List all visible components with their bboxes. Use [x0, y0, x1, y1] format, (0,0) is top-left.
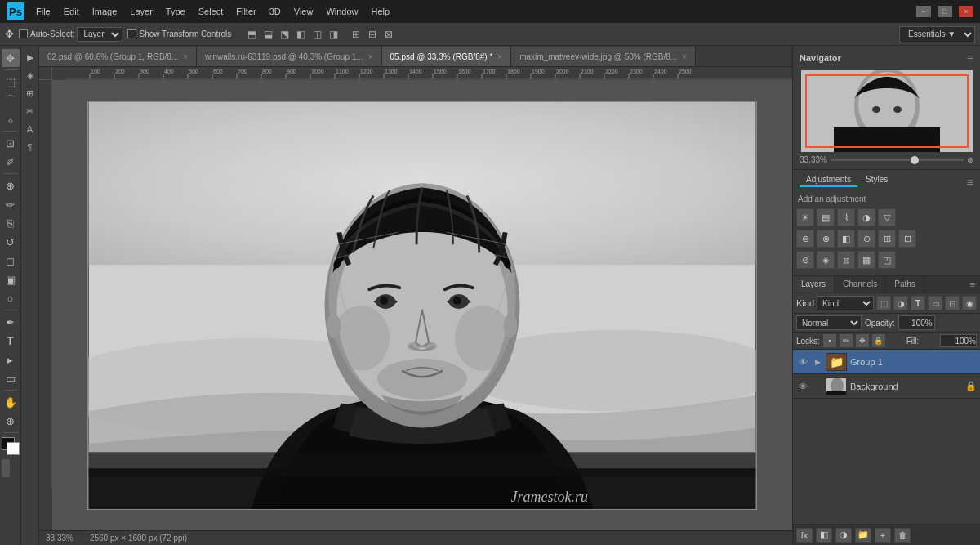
- layers-menu-icon[interactable]: ≡: [965, 276, 980, 293]
- eyedropper-tool[interactable]: ✐: [2, 153, 20, 171]
- spot-healing-tool[interactable]: ⊕: [2, 176, 20, 194]
- adj-bw-icon[interactable]: ◧: [837, 230, 855, 248]
- crop-tool[interactable]: ⊡: [2, 134, 20, 152]
- align-bottom-icon[interactable]: ⬔: [277, 27, 292, 42]
- align-left-icon[interactable]: ◧: [293, 27, 308, 42]
- align-vcenter-icon[interactable]: ⬓: [261, 27, 275, 42]
- menu-select[interactable]: Select: [194, 5, 229, 18]
- layers-new-btn[interactable]: +: [875, 528, 891, 543]
- clone-stamp-tool[interactable]: ⎘: [2, 214, 20, 232]
- zoom-slider[interactable]: [831, 159, 964, 161]
- standard-mode-btn[interactable]: [11, 459, 19, 477]
- menu-file[interactable]: File: [31, 5, 56, 18]
- menu-type[interactable]: Type: [161, 5, 190, 18]
- layers-filter-type[interactable]: T: [911, 296, 925, 310]
- hand-tool[interactable]: ✋: [2, 393, 20, 411]
- adjustments-menu-icon[interactable]: ≡: [967, 176, 973, 189]
- text-tool[interactable]: T: [2, 332, 20, 350]
- fill-input[interactable]: [940, 334, 977, 347]
- minimize-button[interactable]: −: [916, 6, 931, 17]
- align-right-icon[interactable]: ◨: [326, 27, 341, 42]
- layer-eye-group1[interactable]: 👁: [796, 355, 809, 369]
- layer-eye-background[interactable]: 👁: [796, 380, 809, 393]
- panel-icon-6[interactable]: ¶: [22, 139, 38, 155]
- tab-layers[interactable]: Layers: [793, 276, 835, 293]
- adj-tab-styles[interactable]: Styles: [859, 173, 894, 187]
- layers-filter-shape[interactable]: ▭: [928, 296, 942, 310]
- background-color[interactable]: [7, 442, 20, 455]
- adj-invert-icon[interactable]: ⊘: [796, 251, 814, 269]
- layer-item-group1[interactable]: 👁 ▶ 📁 Group 1: [793, 350, 980, 374]
- workspace[interactable]: Jramestok.ru: [52, 80, 792, 530]
- adj-curves-icon[interactable]: ⌇: [837, 208, 855, 226]
- layer-expand-group1[interactable]: ▶: [813, 357, 822, 367]
- pen-tool[interactable]: ✒: [2, 313, 20, 331]
- menu-window[interactable]: Window: [321, 5, 363, 18]
- adj-exposure-icon[interactable]: ◑: [858, 208, 875, 226]
- lock-all[interactable]: 🔒: [872, 334, 885, 347]
- navigator-menu-icon[interactable]: ≡: [967, 51, 973, 65]
- panel-icon-1[interactable]: ▶: [22, 49, 38, 65]
- lock-transparency[interactable]: ▪: [823, 334, 836, 347]
- blend-mode-select[interactable]: Normal: [796, 315, 862, 330]
- adj-gradient-icon[interactable]: ▦: [858, 251, 875, 269]
- zoom-tool[interactable]: ⊕: [2, 412, 20, 430]
- menu-help[interactable]: Help: [367, 5, 395, 18]
- distribute-icon3[interactable]: ⊠: [381, 27, 396, 42]
- tab-0[interactable]: 02.psd @ 60,6% (Group 1, RGB/8... ×: [39, 47, 197, 66]
- layers-kind-select[interactable]: Kind: [817, 296, 874, 310]
- layers-group-btn[interactable]: 📁: [855, 528, 871, 543]
- maximize-button[interactable]: □: [938, 6, 952, 17]
- tab-2-close[interactable]: ×: [497, 52, 502, 61]
- lasso-tool[interactable]: ⌒: [2, 92, 20, 109]
- adj-vibrance-icon[interactable]: ▽: [878, 208, 896, 226]
- panel-icon-3[interactable]: ⊞: [22, 85, 38, 101]
- adj-brightness-icon[interactable]: ☀: [796, 208, 814, 226]
- adj-hsl-icon[interactable]: ⊚: [796, 230, 814, 248]
- layers-filter-smart[interactable]: ⊡: [945, 296, 960, 310]
- tab-3-close[interactable]: ×: [682, 52, 687, 61]
- path-select-tool[interactable]: ▸: [2, 351, 20, 369]
- adj-posterize-icon[interactable]: ◈: [817, 251, 835, 269]
- tab-1-close[interactable]: ×: [368, 52, 373, 61]
- menu-layer[interactable]: Layer: [125, 5, 158, 18]
- tab-channels[interactable]: Channels: [835, 276, 886, 293]
- history-brush-tool[interactable]: ↺: [2, 233, 20, 251]
- show-transform-checkbox[interactable]: [127, 29, 136, 38]
- adj-tab-adjustments[interactable]: Adjustments: [800, 173, 858, 187]
- navigator-thumbnail[interactable]: [801, 70, 973, 152]
- dodge-tool[interactable]: ○: [2, 289, 20, 307]
- adj-photofilter-icon[interactable]: ⊙: [858, 230, 875, 248]
- layer-item-background[interactable]: 👁 Background 🔒: [793, 374, 980, 399]
- layers-filter-toggle[interactable]: ◉: [962, 296, 977, 310]
- layers-fx-btn[interactable]: fx: [796, 528, 813, 543]
- eraser-tool[interactable]: ◻: [2, 252, 20, 270]
- tab-paths[interactable]: Paths: [886, 276, 924, 293]
- menu-edit[interactable]: Edit: [59, 5, 84, 18]
- layers-filter-adjust[interactable]: ◑: [893, 296, 908, 310]
- adj-threshold-icon[interactable]: ⧖: [837, 251, 855, 269]
- tab-2[interactable]: 05.psd @ 33,3% (RGB/8#) * ×: [382, 47, 512, 66]
- layers-filter-pixel[interactable]: ⬚: [876, 296, 891, 310]
- adj-selectivecolor-icon[interactable]: ◰: [878, 251, 896, 269]
- layers-delete-btn[interactable]: 🗑: [894, 528, 911, 543]
- workspace-dropdown[interactable]: Essentials ▼: [899, 26, 975, 42]
- menu-image[interactable]: Image: [87, 5, 122, 18]
- tab-3[interactable]: maxim_matveev-wide.jpg @ 50% (RGB/8... ×: [511, 47, 696, 66]
- panel-icon-5[interactable]: A: [22, 121, 38, 137]
- brush-tool[interactable]: ✏: [2, 195, 20, 213]
- layers-mask-btn[interactable]: ◧: [816, 528, 832, 543]
- align-top-icon[interactable]: ⬒: [244, 27, 259, 42]
- distribute-icon2[interactable]: ⊟: [365, 27, 380, 42]
- menu-3d[interactable]: 3D: [265, 5, 286, 18]
- tab-0-close[interactable]: ×: [183, 52, 188, 61]
- auto-select-dropdown[interactable]: Layer Group: [77, 27, 122, 42]
- lock-position[interactable]: ✥: [856, 334, 869, 347]
- panel-icon-2[interactable]: ◈: [22, 67, 38, 83]
- tab-1[interactable]: winwalls.ru-63119.psd @ 40,3% (Group 1..…: [197, 47, 381, 66]
- gradient-tool[interactable]: ▣: [2, 270, 20, 288]
- marquee-tool[interactable]: ⬚: [2, 73, 20, 91]
- lock-image[interactable]: ✏: [840, 334, 853, 347]
- align-hcenter-icon[interactable]: ◫: [310, 27, 324, 42]
- menu-view[interactable]: View: [289, 5, 318, 18]
